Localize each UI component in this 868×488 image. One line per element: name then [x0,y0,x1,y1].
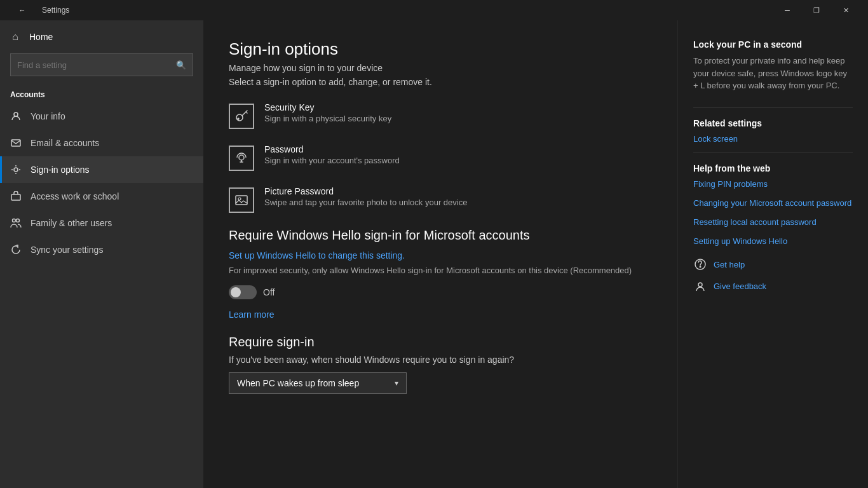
require-signin-heading: Require sign-in [229,335,652,349]
svg-point-12 [700,267,701,268]
sidebar-item-signin-options[interactable]: Sign-in options [0,156,203,183]
setting-up-hello-link[interactable]: Setting up Windows Hello [693,236,853,247]
svg-point-0 [14,112,18,116]
give-feedback-icon [693,279,707,293]
divider-2 [693,152,853,153]
dropdown-arrow-icon: ▾ [395,379,398,388]
svg-point-4 [13,219,16,222]
password-icon [229,146,254,171]
page-subtitle: Manage how you sign in to your device [229,63,652,73]
help-web-title: Help from the web [693,163,853,173]
sidebar-item-label-family: Family & other users [31,218,112,228]
maximize-button[interactable]: ❐ [802,0,831,20]
back-button[interactable]: ← [8,0,37,20]
security-key-desc: Sign in with a physical security key [264,114,391,123]
svg-point-10 [238,198,241,200]
minimize-button[interactable]: ─ [773,0,802,20]
password-title: Password [264,144,400,154]
svg-rect-1 [11,140,20,146]
hello-toggle[interactable] [229,285,257,299]
home-button[interactable]: ⌂ Home [0,25,203,48]
sync-icon [10,244,22,255]
sidebar-item-label-sync: Sync your settings [31,245,103,255]
password-desc: Sign in with your account's password [264,156,400,165]
search-input[interactable] [17,60,176,70]
svg-point-13 [698,283,702,287]
sidebar-item-label-email: Email & accounts [31,138,99,148]
hello-desc: For improved security, only allow Window… [229,266,652,275]
give-feedback-label: Give feedback [714,281,766,291]
search-box[interactable]: 🔍 [10,53,193,76]
sidebar-item-label-signin: Sign-in options [31,165,90,175]
require-signin-desc: If you've been away, when should Windows… [229,355,652,365]
family-icon [10,217,22,229]
svg-point-7 [238,118,239,119]
hello-toggle-row: Off [229,285,652,299]
svg-point-2 [14,168,18,172]
sidebar-item-email-accounts[interactable]: Email & accounts [0,130,203,156]
home-icon: ⌂ [10,32,20,42]
svg-point-8 [239,155,244,160]
hello-section-heading: Require Windows Hello sign-in for Micros… [229,228,652,243]
password-option[interactable]: Password Sign in with your account's pas… [229,144,652,171]
related-settings-title: Related settings [693,118,853,128]
picture-password-title: Picture Password [264,186,467,196]
sidebar-item-your-info[interactable]: Your info [0,103,203,130]
give-feedback-row[interactable]: Give feedback [693,279,853,293]
resetting-local-link[interactable]: Resetting local account password [693,217,853,228]
learn-more-link[interactable]: Learn more [229,309,275,320]
your-info-icon [10,111,22,122]
sidebar-item-sync-settings[interactable]: Sync your settings [0,236,203,263]
app-content: ⌂ Home 🔍 Accounts Your info [0,20,868,488]
main-content: Sign-in options Manage how you sign in t… [203,20,677,488]
window-title: Settings [42,6,69,15]
lock-pc-title: Lock your PC in a second [693,39,853,50]
hello-setup-link[interactable]: Set up Windows Hello to change this sett… [229,250,405,261]
svg-rect-3 [11,194,20,200]
home-label: Home [29,32,53,42]
picture-password-option[interactable]: Picture Password Swipe and tap your favo… [229,186,652,213]
work-icon [10,191,22,202]
signin-icon [10,164,22,175]
svg-rect-9 [236,196,247,205]
close-button[interactable]: ✕ [831,0,860,20]
get-help-icon [693,257,707,271]
changing-ms-link[interactable]: Changing your Microsoft account password [693,198,853,209]
picture-password-icon [229,187,254,213]
svg-point-5 [17,219,20,222]
lock-pc-text: To protect your private info and help ke… [693,55,853,92]
sidebar-item-label-your-info: Your info [31,111,65,121]
hello-toggle-label: Off [263,287,275,297]
right-panel: Lock your PC in a second To protect your… [677,20,868,488]
sidebar-item-label-work: Access work or school [31,191,119,201]
get-help-label: Get help [714,260,745,269]
fixing-pin-link[interactable]: Fixing PIN problems [693,179,853,190]
sidebar: ⌂ Home 🔍 Accounts Your info [0,20,203,488]
sidebar-item-access-work[interactable]: Access work or school [0,183,203,210]
dropdown-value: When PC wakes up from sleep [237,378,359,388]
sidebar-section-title: Accounts [0,84,203,103]
get-help-row[interactable]: Get help [693,257,853,271]
sidebar-item-family-users[interactable]: Family & other users [0,210,203,236]
picture-password-text: Picture Password Swipe and tap your favo… [264,186,467,207]
divider-1 [693,107,853,108]
email-icon [10,137,22,149]
lock-screen-link[interactable]: Lock screen [693,133,853,145]
security-key-option[interactable]: Security Key Sign in with a physical sec… [229,102,652,129]
require-signin-dropdown[interactable]: When PC wakes up from sleep ▾ [229,372,407,394]
page-title: Sign-in options [229,39,652,59]
security-key-title: Security Key [264,102,391,112]
title-bar: ← Settings ─ ❐ ✕ [0,0,868,20]
picture-password-desc: Swipe and tap your favorite photo to unl… [264,198,467,207]
password-text: Password Sign in with your account's pas… [264,144,400,165]
page-instruction: Select a sign-in option to add, change, … [229,77,652,87]
security-key-text: Security Key Sign in with a physical sec… [264,102,391,123]
security-key-icon [229,104,254,129]
search-icon: 🔍 [176,60,186,70]
